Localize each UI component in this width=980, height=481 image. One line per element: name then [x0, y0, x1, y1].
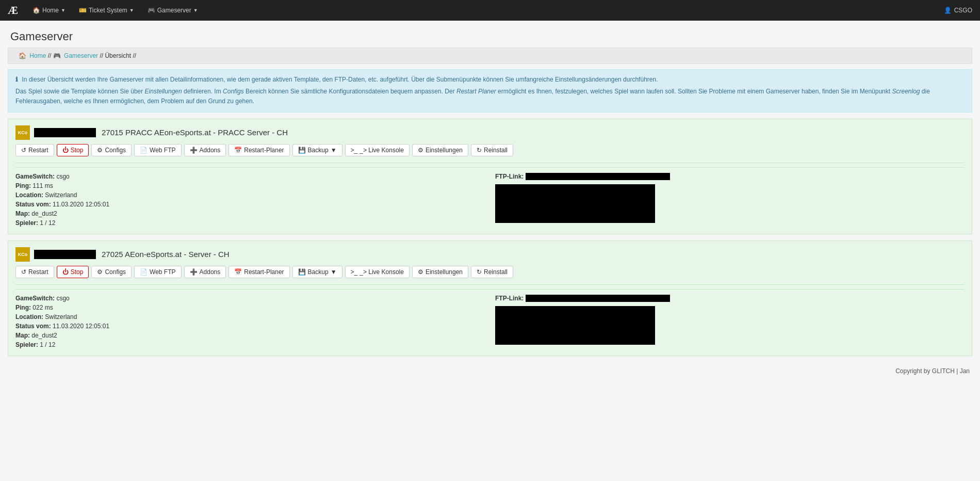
addons-button-1[interactable]: ➕ Addons [184, 144, 226, 156]
divider-1 [15, 163, 965, 163]
webftp-button-1[interactable]: 📄 Web FTP [134, 144, 181, 156]
server-title-2: 27025 AEon-eSports.at - Server - CH [102, 250, 230, 259]
server-header-1: KCo 27015 PRACC AEon-eSports.at - PRACC … [15, 125, 965, 140]
home-bc-icon: 🏠 [19, 52, 26, 59]
user-icon: 👤 [944, 7, 952, 14]
gameserver-icon: 🎮 [148, 7, 155, 14]
reinstall-icon-2: ↻ [477, 268, 482, 276]
location-row-2: Location: Switzerland [15, 313, 485, 320]
divider-2 [15, 284, 965, 285]
ftp-link-redacted-2 [526, 295, 670, 302]
backup-caret-2: ▼ [331, 268, 337, 276]
backup-button-1[interactable]: 💾 Backup ▼ [292, 144, 342, 156]
info-screenlog: Screenlog [892, 88, 920, 95]
map-row-2: Map: de_dust2 [15, 332, 485, 339]
info-left-1: GameSwitch: csgo Ping: 111 ms Location: … [15, 173, 485, 227]
live-konsole-icon-1: >_ [351, 147, 358, 154]
gameserver-bc-icon: 🎮 [53, 52, 61, 59]
configs-icon-2: ⚙ [97, 268, 103, 276]
navbar-right: 👤 CSGO [944, 7, 972, 14]
page-title-area: Gameserver [0, 21, 980, 47]
navbar-left: Æ 🏠 Home ▼ 🎫 Ticket System ▼ 🎮 Gameserve… [8, 0, 203, 21]
einstellungen-button-1[interactable]: ⚙ Einstellungen [412, 144, 468, 156]
nav-gameserver-label: Gameserver [157, 7, 191, 14]
stop-icon-2: ⏻ [62, 268, 69, 276]
reinstall-button-2[interactable]: ↻ Reinstall [471, 266, 513, 278]
server-title-1: 27015 PRACC AEon-eSports.at - PRACC Serv… [102, 128, 288, 137]
backup-icon-2: 💾 [298, 268, 306, 276]
einstellungen-icon-2: ⚙ [418, 268, 423, 276]
nav-home-label: Home [42, 7, 59, 14]
home-icon: 🏠 [32, 7, 40, 14]
restart-planer-button-2[interactable]: 📅 Restart-Planer [228, 266, 289, 278]
stop-icon-1: ⏻ [62, 147, 69, 154]
server-ip-redacted-1 [34, 128, 96, 137]
status-row-1: Status vom: 11.03.2020 12:05:01 [15, 201, 485, 208]
live-konsole-button-1[interactable]: >_ _> Live Konsole [345, 144, 410, 156]
page-title: Gameserver [10, 30, 970, 43]
footer: Copyright by GLITCH | Jan [0, 362, 980, 380]
configs-button-2[interactable]: ⚙ Configs [91, 266, 132, 278]
spieler-row-2: Spieler: 1 / 12 [15, 341, 485, 348]
info-restart-planer: Restart Planer [456, 88, 496, 95]
copyright-text: Copyright by GLITCH | Jan [895, 367, 970, 375]
configs-icon-1: ⚙ [97, 147, 103, 154]
restart-button-2[interactable]: ↺ Restart [15, 266, 54, 278]
einstellungen-button-2[interactable]: ⚙ Einstellungen [412, 266, 468, 278]
breadcrumb: 🏠 Home // 🎮 Gameserver // Übersicht // [8, 47, 972, 64]
navbar: Æ 🏠 Home ▼ 🎫 Ticket System ▼ 🎮 Gameserve… [0, 0, 980, 21]
spieler-row-1: Spieler: 1 / 12 [15, 219, 485, 227]
nav-home[interactable]: 🏠 Home ▼ [27, 0, 71, 21]
ftp-block-redacted-2 [495, 306, 655, 345]
location-row-1: Location: Switzerland [15, 191, 485, 199]
info-icon: ℹ [15, 76, 18, 83]
server-card-2: KCo 27025 AEon-eSports.at - Server - CH … [8, 241, 972, 356]
live-konsole-icon-2: >_ [351, 268, 358, 276]
reinstall-button-1[interactable]: ↻ Reinstall [471, 144, 513, 156]
restart-planer-icon-2: 📅 [234, 268, 242, 276]
gameserver-caret: ▼ [193, 8, 198, 13]
reinstall-icon-1: ↻ [477, 147, 482, 154]
restart-button-1[interactable]: ↺ Restart [15, 144, 54, 156]
brand-logo: Æ [8, 5, 18, 17]
server-header-2: KCo 27025 AEon-eSports.at - Server - CH [15, 247, 965, 262]
nav-gameserver[interactable]: 🎮 Gameserver ▼ [142, 0, 203, 21]
ftp-link-redacted-1 [526, 173, 670, 180]
stop-button-1[interactable]: ⏻ Stop [57, 144, 89, 156]
info-left-2: GameSwitch: csgo Ping: 022 ms Location: … [15, 295, 485, 348]
info-einstellungen: Einstellungen [145, 88, 182, 95]
breadcrumb-home[interactable]: Home [29, 52, 46, 59]
server-buttons-2: ↺ Restart ⏻ Stop ⚙ Configs 📄 Web FTP ➕ A… [15, 266, 965, 278]
server-info-grid-2: GameSwitch: csgo Ping: 022 ms Location: … [15, 289, 965, 348]
ticket-caret: ▼ [129, 8, 134, 13]
server-card-1: KCo 27015 PRACC AEon-eSports.at - PRACC … [8, 119, 972, 234]
server-icon-1: KCo [15, 125, 30, 140]
ftp-block-redacted-1 [495, 184, 655, 223]
addons-button-2[interactable]: ➕ Addons [184, 266, 226, 278]
status-row-2: Status vom: 11.03.2020 12:05:01 [15, 323, 485, 330]
backup-caret-1: ▼ [331, 147, 337, 154]
addons-icon-1: ➕ [190, 147, 198, 154]
webftp-button-2[interactable]: 📄 Web FTP [134, 266, 181, 278]
gameswitch-row-1: GameSwitch: csgo [15, 173, 485, 180]
backup-icon-1: 💾 [298, 147, 306, 154]
ftp-link-row-2: FTP-Link: [495, 295, 965, 302]
info-right-2: FTP-Link: [495, 295, 965, 348]
info-text1: In dieser Übersicht werden Ihre Gameserv… [22, 76, 658, 83]
breadcrumb-gameserver[interactable]: Gameserver [64, 52, 98, 59]
nav-ticket-label: Ticket System [89, 7, 127, 14]
navbar-user: CSGO [954, 7, 972, 14]
gameswitch-row-2: GameSwitch: csgo [15, 295, 485, 302]
restart-planer-icon-1: 📅 [234, 147, 242, 154]
backup-button-2[interactable]: 💾 Backup ▼ [292, 266, 342, 278]
einstellungen-icon-1: ⚙ [418, 147, 423, 154]
server-buttons-1: ↺ Restart ⏻ Stop ⚙ Configs 📄 Web FTP ➕ A… [15, 144, 965, 156]
restart-planer-button-1[interactable]: 📅 Restart-Planer [228, 144, 289, 156]
server-icon-2: KCo [15, 247, 30, 262]
configs-button-1[interactable]: ⚙ Configs [91, 144, 132, 156]
live-konsole-button-2[interactable]: >_ _> Live Konsole [345, 266, 410, 278]
nav-ticket[interactable]: 🎫 Ticket System ▼ [74, 0, 139, 21]
stop-button-2[interactable]: ⏻ Stop [57, 266, 89, 278]
addons-icon-2: ➕ [190, 268, 198, 276]
webftp-icon-2: 📄 [140, 268, 148, 276]
